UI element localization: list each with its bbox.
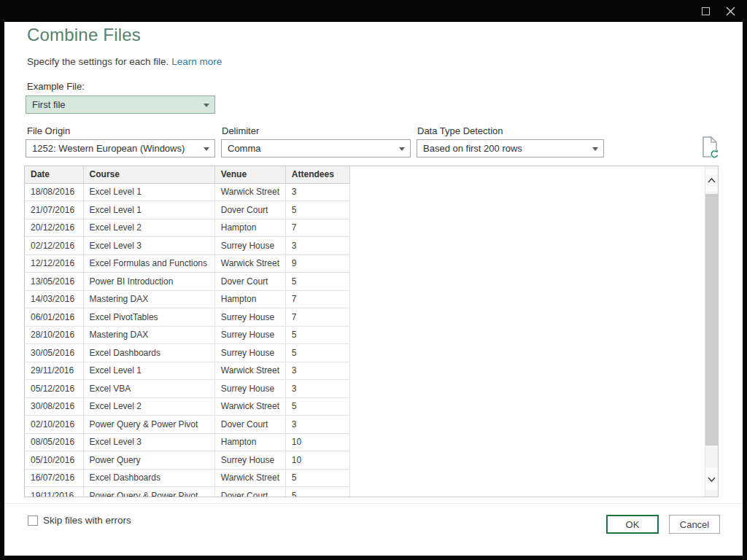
delimiter-value: Comma [228,143,261,154]
column-header-course[interactable]: Course [83,166,214,183]
data-type-detection-label: Data Type Detection [417,125,503,136]
file-preview-table: Date Course Venue Attendees 18/08/2016Ex… [24,166,719,497]
table-cell-course: Excel Formulas and Functions [83,254,214,273]
table-header-row: Date Course Venue Attendees [25,166,350,183]
table-cell-venue: Dover Court [214,273,285,291]
table-cell-course: Excel Level 3 [83,237,214,255]
skip-files-label[interactable]: Skip files with errors [43,515,131,526]
table-row: 12/12/2016Excel Formulas and FunctionsWa… [25,254,350,273]
vertical-scrollbar[interactable] [705,166,718,497]
table-cell-course: Excel Level 2 [83,397,214,416]
scroll-up-button[interactable] [705,169,718,191]
table-cell-attendees: 5 [285,469,349,487]
table-row: 28/10/2016Mastering DAXSurrey House5 [25,326,350,344]
table-cell-course: Excel PivotTables [83,308,214,327]
table-cell-attendees: 3 [285,237,349,255]
table-row: 05/10/2016Power QuerySurrey House10 [25,451,350,470]
file-origin-dropdown[interactable]: 1252: Western European (Windows) [26,139,215,158]
table-row: 29/11/2016Excel Level 1Warwick Street3 [25,362,350,380]
column-header-venue[interactable]: Venue [214,166,285,183]
table-cell-attendees: 3 [285,416,349,434]
dialog-subtitle: Specify the settings for each file. Lear… [27,56,222,67]
example-file-dropdown[interactable]: First file [26,96,215,114]
example-file-label: Example File: [27,81,85,92]
table-cell-date: 14/03/2016 [25,290,83,308]
table-cell-attendees: 7 [285,219,349,237]
table-cell-attendees: 3 [285,380,349,398]
table-cell-course: Excel Level 3 [83,433,214,451]
maximize-icon [702,7,710,15]
table-cell-course: Excel Level 2 [83,219,214,237]
table-cell-date: 28/10/2016 [25,326,83,344]
table-cell-venue: Surrey House [214,344,285,362]
skip-files-option: Skip files with errors [28,515,131,526]
skip-files-checkbox[interactable] [28,516,38,526]
close-button[interactable] [718,1,743,20]
preview-table: Date Course Venue Attendees 18/08/2016Ex… [25,166,350,497]
table-cell-course: Mastering DAX [83,290,214,308]
table-cell-attendees: 10 [285,451,349,470]
table-cell-attendees: 9 [285,254,349,273]
cancel-button[interactable]: Cancel [669,515,720,534]
table-cell-date: 06/01/2016 [25,308,83,327]
table-cell-course: Mastering DAX [83,326,214,344]
close-icon [726,7,735,16]
chevron-down-icon [399,147,405,151]
footer-divider [4,503,743,504]
table-cell-venue: Surrey House [214,308,285,327]
column-header-date[interactable]: Date [25,166,83,183]
chevron-down-icon [708,477,716,482]
table-cell-attendees: 7 [285,308,349,327]
table-row: 05/12/2016Excel VBASurrey House3 [25,380,350,398]
chevron-down-icon [204,104,209,107]
table-row: 14/03/2016Mastering DAXHampton7 [25,290,350,308]
file-refresh-icon [700,136,720,159]
scroll-down-button[interactable] [705,468,718,490]
table-cell-venue: Warwick Street [214,254,285,273]
table-cell-course: Excel Level 1 [83,362,214,380]
table-cell-date: 29/11/2016 [25,362,83,380]
scrollbar-thumb[interactable] [705,194,718,446]
table-cell-course: Excel Dashboards [83,469,214,487]
learn-more-link[interactable]: Learn more [171,56,222,67]
table-cell-attendees: 5 [285,273,349,291]
table-cell-date: 13/05/2016 [25,273,83,291]
table-cell-attendees: 5 [285,344,349,362]
table-cell-venue: Hampton [214,219,285,237]
data-type-detection-dropdown[interactable]: Based on first 200 rows [417,139,604,158]
table-cell-attendees: 3 [285,183,349,201]
delimiter-dropdown[interactable]: Comma [221,139,411,158]
table-cell-date: 21/07/2016 [25,201,83,219]
refresh-preview-button[interactable] [700,136,720,159]
table-cell-venue: Hampton [214,433,285,451]
table-row: 30/08/2016Excel Level 2Warwick Street5 [25,397,350,416]
table-cell-date: 16/07/2016 [25,469,83,487]
delimiter-label: Delimiter [222,125,259,136]
table-row: 18/08/2016Excel Level 1Warwick Street3 [25,183,350,201]
table-cell-date: 08/05/2016 [25,433,83,451]
data-type-detection-value: Based on first 200 rows [423,143,522,154]
table-cell-course: Excel Dashboards [83,344,214,362]
chevron-up-icon [708,178,716,183]
file-origin-value: 1252: Western European (Windows) [32,143,185,154]
table-row: 13/05/2016Power BI IntroductionDover Cou… [25,273,350,291]
column-header-attendees[interactable]: Attendees [285,166,349,183]
table-cell-course: Power Query & Power Pivot [83,487,214,498]
table-cell-venue: Hampton [214,290,285,308]
table-cell-course: Power Query & Power Pivot [83,416,214,434]
maximize-button[interactable] [693,1,718,20]
chevron-down-icon [592,147,598,151]
table-cell-venue: Warwick Street [214,469,285,487]
table-cell-date: 05/12/2016 [25,380,83,398]
table-cell-date: 20/12/2016 [25,219,83,237]
combine-files-dialog: Combine Files Specify the settings for e… [0,0,747,560]
ok-button[interactable]: OK [606,515,659,534]
table-row: 20/12/2016Excel Level 2Hampton7 [25,219,350,237]
page-title: Combine Files [27,25,141,45]
table-cell-attendees: 10 [285,433,349,451]
file-origin-label: File Origin [27,125,70,136]
table-cell-attendees: 5 [285,201,349,219]
table-cell-date: 30/08/2016 [25,397,83,416]
example-file-value: First file [32,99,66,110]
table-cell-attendees: 7 [285,290,349,308]
